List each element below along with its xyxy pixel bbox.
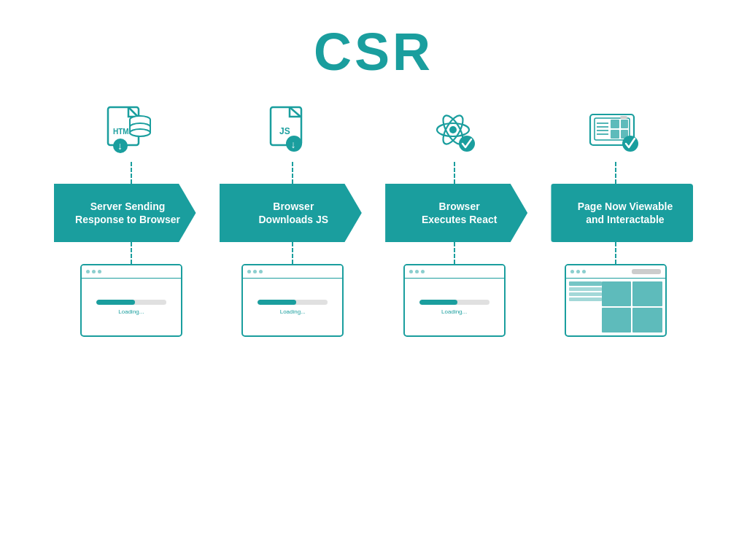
svg-text:↓: ↓ [117, 140, 123, 152]
dot-8 [415, 270, 419, 273]
dash-bot-2 [227, 242, 358, 264]
grid-cell-1 [602, 281, 632, 306]
loading-text-2: Loading... [280, 308, 306, 315]
left-line-2 [569, 287, 602, 291]
browser-window-1: Loading... [80, 264, 182, 337]
icon-cell-4 [550, 104, 681, 162]
arrow-label-1: Server Sending Response to Browser [75, 200, 180, 226]
icon-cell-2: JS ↓ [227, 104, 358, 162]
loading-bar-bg-2 [258, 300, 328, 305]
dashes-top-row [50, 162, 697, 184]
browser-loading-3: Loading... [405, 279, 504, 335]
arrow-label-2: Browser Downloads JS [258, 200, 328, 226]
search-bar-icon [632, 269, 661, 274]
left-line-1 [569, 281, 602, 286]
browser-window-2: Loading... [241, 264, 344, 337]
grid-cell-2 [632, 281, 662, 306]
html-download-icon: HTML ↓ [102, 104, 160, 162]
browser-cell-2: Loading... [227, 264, 358, 337]
loading-bar-fill-3 [419, 300, 458, 305]
right-panel [602, 281, 662, 332]
dash-top-2 [227, 162, 358, 184]
loading-bar-bg-3 [419, 300, 489, 305]
dot-7 [409, 270, 413, 273]
loading-text-3: Loading... [441, 308, 467, 315]
arrow-label-4: Page Now Viewable and Interactable [578, 200, 673, 226]
dashes-bottom-row [50, 242, 697, 264]
svg-rect-32 [611, 130, 619, 139]
loading-bar-fill-1 [96, 300, 135, 305]
arrows-row: Server Sending Response to Browser Brows… [43, 184, 703, 242]
left-panel [569, 281, 602, 332]
dot-9 [421, 270, 425, 273]
browser-titlebar-3 [405, 265, 504, 279]
browser-cell-1: Loading... [66, 264, 197, 337]
dot-5 [253, 270, 257, 273]
browser-window-3: Loading... [403, 264, 506, 337]
dot-6 [259, 270, 263, 273]
svg-point-23 [459, 136, 475, 152]
dot-1 [86, 270, 90, 273]
svg-text:JS: JS [279, 126, 290, 136]
dash-bot-1 [66, 242, 197, 264]
svg-rect-34 [620, 116, 627, 119]
browser-loading-2: Loading... [243, 279, 342, 335]
svg-rect-31 [621, 120, 628, 128]
dot-12 [582, 270, 586, 273]
diagram: HTML ↓ [15, 104, 732, 337]
dot-4 [247, 270, 251, 273]
browser-cell-3: Loading... [389, 264, 520, 337]
left-line-3 [569, 292, 602, 296]
react-check-icon [425, 104, 484, 162]
icon-cell-3 [389, 104, 520, 162]
svg-point-11 [130, 129, 150, 136]
dot-11 [576, 270, 580, 273]
arrow-step-1: Server Sending Response to Browser [54, 184, 196, 242]
arrow-step-4: Page Now Viewable and Interactable [551, 184, 693, 242]
icons-row: HTML ↓ [50, 104, 697, 162]
loading-text-1: Loading... [118, 308, 144, 315]
arrow-label-3: Browser Executes React [422, 200, 498, 226]
dash-bot-3 [389, 242, 520, 264]
dot-10 [570, 270, 574, 273]
dash-bot-4 [550, 242, 681, 264]
arrow-step-3: Browser Executes React [385, 184, 527, 242]
page-title: CSR [314, 22, 433, 82]
page-container: CSR HTML [0, 0, 747, 560]
dot-2 [92, 270, 96, 273]
monitor-check-icon [587, 104, 645, 162]
arrow-step-2: Browser Downloads JS [220, 184, 362, 242]
svg-text:↓: ↓ [291, 139, 296, 150]
grid-cell-4 [632, 308, 662, 332]
browser-cell-4 [550, 264, 681, 337]
browser-window-4 [565, 264, 667, 337]
svg-rect-30 [611, 120, 619, 128]
browser-loading-1: Loading... [82, 279, 181, 335]
browser-full-content [566, 279, 665, 335]
loading-bar-bg-1 [96, 300, 166, 305]
icon-cell-1: HTML ↓ [66, 104, 197, 162]
browsers-row: Loading... Loading... [50, 264, 697, 337]
left-line-4 [569, 298, 602, 301]
grid-cell-3 [602, 308, 632, 332]
loading-bar-fill-2 [258, 300, 296, 305]
dash-top-4 [550, 162, 681, 184]
js-download-icon: JS ↓ [263, 104, 322, 162]
browser-titlebar-1 [82, 265, 181, 279]
dash-top-1 [66, 162, 197, 184]
dash-top-3 [389, 162, 520, 184]
browser-titlebar-4 [566, 265, 665, 279]
dot-3 [98, 270, 101, 273]
browser-titlebar-2 [243, 265, 342, 279]
svg-point-19 [449, 126, 457, 133]
